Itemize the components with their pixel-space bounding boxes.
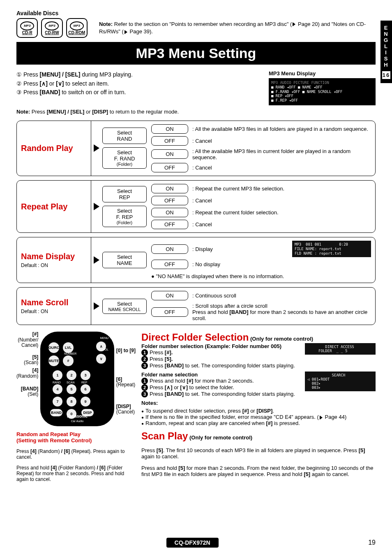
txt: or [173,384,180,390]
txt: Press [150,356,165,362]
txt: . The first 10 seconds of each MP3 file … [163,447,359,453]
key-label: RAND [53,381,61,384]
txt: F. RAND [104,156,145,162]
chip-on: ON [151,244,188,254]
btn-4: 4 [53,384,62,394]
notes-title: Notes: [141,400,376,406]
chip-on: ON [151,291,188,300]
txt: REP [104,194,145,200]
circle-1-icon: 1 [141,378,148,384]
dfs-title: Direct Folder Selection [141,332,249,343]
arrow-icon [293,22,295,26]
txt: [#] [242,408,249,414]
txt: Press [141,447,157,453]
circle-3-icon: 3 [141,362,148,369]
select-rand: SelectRAND [102,128,147,144]
txt: Press and hold [16,465,51,471]
txt: / [6] [61,448,70,454]
txt: Select [104,208,145,214]
txt: (Folder) [104,220,145,225]
note-item: Random, repeat and scan play are cancele… [141,420,376,426]
txt: [∧] [40,80,48,87]
steps-note: Note: Press [MENU] / [SEL] or [DISP] to … [16,109,376,115]
ann: (Scan) [24,360,38,365]
txt: to select an item. [64,80,109,87]
ann: [#] [32,331,39,337]
circle-2-icon: 2 [141,356,148,362]
txt: Select [104,130,145,136]
disc-label: CD-RW [45,30,59,35]
txt: Press and hold [141,465,178,471]
txt: : Repeat the current MP3 file selection. [192,186,371,192]
txt: again to cancel. [310,471,349,477]
disc-label: CD-ROM [68,30,85,35]
language-tab: ENGLISH 16 [380,21,392,83]
dfs-sub: (Only for remote control) [249,336,313,342]
txt: : All the available MP3 files in all fol… [192,126,371,132]
chip-off: OFF [151,220,188,229]
triangle-icon [94,203,99,210]
txt: [5] [359,447,365,453]
chip-off: OFF [151,260,188,269]
circle-1-icon: 1 [141,349,148,356]
txt: Random, repeat and scan play are cancele… [145,420,266,426]
txt: [#]. [165,349,173,355]
btn-hash: # [63,355,74,366]
txt: Page 44) [323,414,346,420]
btn-5: 5 [67,384,76,394]
model-number: CQ-DFX972N [166,538,219,548]
note-item: If there is no file in the specified fol… [141,414,376,420]
lcd-screen: MP3 AUDIO PICTURE FUNCTION ■ RAND ◂OFF ■… [269,78,376,105]
ann: (Random) [16,373,38,379]
ann: (Number/ Cancel) [18,337,38,348]
txt: : Cancel [192,165,371,171]
block-random: Random Play SelectRAND SelectF. RAND(Fol… [16,121,376,176]
circle-2-icon: 2 [141,384,148,391]
btn-down: ∨ [96,354,106,364]
btn-3: 3 [81,370,90,380]
screen-line: ■ F.RAND ◂OFF ■ NAME SCROLL ◂OFF [271,90,373,94]
btn-6: 6 [81,384,90,394]
scan-title: Scan Play [141,430,188,441]
txt: Select [104,254,145,260]
select-frep: SelectF. REP(Folder) [102,206,147,227]
name-screen: MP3 001 001 0:20 FILE NAME: report.txt F… [292,241,371,257]
txt: F. REP [104,214,145,220]
txt: [4] [30,448,37,454]
txt: : Display [192,246,288,252]
disc-icon: MP3 [70,21,84,30]
txt: Press [23,89,40,95]
rr-p2: Press and hold [4] (Folder Random) / [6]… [16,465,136,482]
txt: (Folder Random) [57,465,97,471]
txt: NAME SCROLL [104,307,145,312]
block-bullet: ● "NO NAME" is displayed when there is n… [151,273,371,279]
txt: [#] [266,420,272,426]
chip-on: ON [151,124,188,134]
triangle-icon [94,256,99,264]
txt: Press [150,362,165,369]
btn-2: 2 [67,370,76,380]
txt: [4] [51,465,57,471]
block-name-display: Name DisplayDefault : ON SelectNAME ON: … [16,237,376,283]
txt: [DISP] [256,408,272,414]
txt: [5] [304,471,310,477]
screen-line: ■ RAND ◂OFF ■ NAME ◂OFF [271,85,373,90]
key-label: VOL [103,348,108,351]
screen-line: MP3 AUDIO PICTURE FUNCTION [271,81,373,85]
chip-on: ON [151,149,188,159]
menu-display: MP3 Menu Display MP3 AUDIO PICTURE FUNCT… [269,70,376,105]
txt: Note: [16,109,30,115]
txt: (Random) [37,448,61,454]
txt: : All the available MP3 files in current… [192,148,371,160]
chip-on: ON [151,184,188,193]
block-title: Name Display [21,252,87,261]
rr-p1: Press [4] (Random) / [6] (Repeat). Press… [16,448,136,460]
txt: [5] [157,447,163,453]
ann: [6] [116,376,122,382]
chip-off: OFF [151,136,188,146]
txt: : Cancel [192,138,371,144]
block-title: Name Scroll [21,298,87,307]
key-label: NUMBER [64,352,76,355]
disc-label: CD-R [22,30,32,35]
key-label: REP [81,381,87,384]
